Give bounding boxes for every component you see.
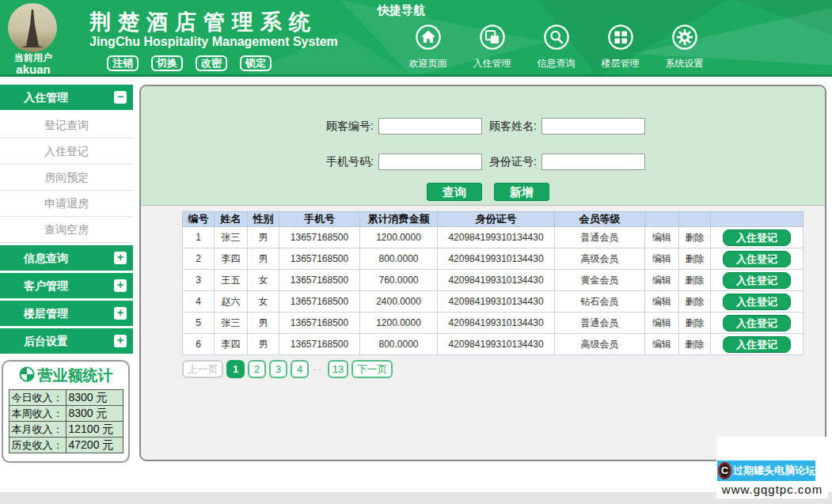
revenue-stats-title: 营业额统计: [38, 366, 113, 386]
nav-info-query[interactable]: 信息查询: [524, 24, 588, 70]
cell-total: 800.0000: [360, 334, 438, 355]
nav-system-settings[interactable]: 系统设置: [652, 24, 716, 70]
table-header-row: 编号 姓名 性别 手机号 累计消费金额 身份证号 会员等级: [183, 212, 804, 227]
checkin-button[interactable]: 入住登记: [723, 251, 791, 267]
cell-idcard: 420984199310134430: [438, 270, 555, 291]
cell-checkin: 入住登记: [711, 313, 804, 334]
checkin-button[interactable]: 入住登记: [723, 229, 791, 246]
sidebar-item-room-booking[interactable]: 房间预定: [0, 165, 133, 191]
session-buttons: 注销 切换 改密 锁定: [107, 55, 272, 71]
delete-link[interactable]: 删除: [679, 313, 711, 334]
app-header: 当前用户 akuan 荆楚酒店管理系统 JingChu Hospitality …: [0, 0, 832, 77]
app-subtitle: JingChu Hospitality Management System: [89, 35, 338, 49]
page-button-1[interactable]: 1: [226, 360, 245, 378]
customer-id-input[interactable]: [378, 118, 482, 135]
watermark-url: www.gqgtpc.com: [716, 483, 828, 496]
sidebar-item-vacant-rooms[interactable]: 查询空房: [0, 217, 133, 243]
query-button[interactable]: 查询: [427, 183, 482, 201]
edit-link[interactable]: 编辑: [645, 334, 679, 355]
cell-level: 黄金会员: [555, 270, 645, 291]
checkin-button[interactable]: 入住登记: [723, 294, 791, 310]
edit-link[interactable]: 编辑: [645, 248, 679, 270]
cell-idcard: 420984199310134430: [438, 248, 555, 270]
sidebar-section-checkin[interactable]: 入住管理 −: [0, 85, 133, 110]
delete-link[interactable]: 删除: [679, 334, 711, 355]
cell-name: 李四: [215, 248, 248, 270]
checkin-button[interactable]: 入住登记: [723, 336, 791, 353]
sidebar-section-customer-management[interactable]: 客户管理 +: [0, 273, 133, 298]
page: 当前用户 akuan 荆楚酒店管理系统 JingChu Hospitality …: [0, 0, 832, 504]
stat-value: 12100 元: [66, 422, 123, 438]
change-password-button[interactable]: 改密: [196, 55, 227, 71]
edit-link[interactable]: 编辑: [645, 291, 679, 313]
checkin-button[interactable]: 入住登记: [723, 315, 791, 332]
cell-idcard: 420984199310134430: [438, 291, 555, 313]
cell-total: 2400.0000: [360, 291, 438, 313]
next-page-button[interactable]: 下一页: [351, 360, 393, 378]
delete-link[interactable]: 删除: [679, 270, 711, 291]
col-edit: [645, 212, 679, 227]
expand-plus-icon[interactable]: +: [114, 307, 127, 320]
phone-input[interactable]: [378, 153, 482, 170]
cell-name: 赵六: [215, 291, 248, 313]
expand-plus-icon[interactable]: +: [114, 335, 127, 347]
col-gender: 性别: [248, 212, 279, 227]
home-icon: [415, 24, 442, 54]
page-button-4[interactable]: 4: [291, 360, 309, 378]
cell-id: 3: [183, 270, 215, 291]
expand-plus-icon[interactable]: +: [114, 279, 127, 292]
delete-link[interactable]: 删除: [679, 227, 711, 248]
watermark-forum-name: 过期罐头电脑论坛: [733, 464, 815, 478]
delete-link[interactable]: 删除: [679, 291, 711, 313]
collapse-minus-icon[interactable]: −: [114, 91, 127, 104]
delete-link[interactable]: 删除: [679, 248, 711, 270]
stats-row: 今日收入： 8300 元: [9, 390, 123, 406]
lock-button[interactable]: 锁定: [240, 55, 272, 71]
prev-page-button[interactable]: 上一页: [182, 360, 223, 378]
cell-checkin: 入住登记: [711, 248, 804, 270]
page-button-13[interactable]: 13: [328, 360, 348, 378]
cell-gender: 男: [248, 227, 279, 248]
col-id: 编号: [183, 212, 215, 227]
sidebar-item-register-query[interactable]: 登记查询: [0, 112, 133, 138]
cell-gender: 女: [248, 291, 279, 313]
nav-floor-management[interactable]: 楼层管理: [588, 24, 652, 70]
switch-user-button[interactable]: 切换: [151, 55, 183, 71]
expand-plus-icon[interactable]: +: [114, 252, 127, 264]
nav-welcome[interactable]: 欢迎页面: [396, 24, 460, 70]
sidebar-section-backend-settings[interactable]: 后台设置 +: [0, 328, 133, 354]
edit-link[interactable]: 编辑: [645, 270, 679, 291]
avatar[interactable]: [8, 3, 57, 52]
page-button-2[interactable]: 2: [248, 360, 266, 378]
sidebar-item-checkin-register[interactable]: 入住登记: [0, 138, 133, 165]
logout-button[interactable]: 注销: [107, 55, 139, 71]
cell-phone: 13657168500: [279, 270, 360, 291]
stat-value: 47200 元: [66, 438, 123, 453]
cell-idcard: 420984199310134430: [438, 313, 555, 334]
cell-idcard: 420984199310134430: [438, 334, 555, 355]
checkin-button[interactable]: 入住登记: [723, 272, 791, 289]
cell-id: 4: [183, 291, 215, 313]
cell-phone: 13657168500: [279, 313, 360, 334]
section-label: 后台设置: [24, 335, 68, 347]
page-button-3[interactable]: 3: [269, 360, 287, 378]
nav-checkin-management[interactable]: 入住管理: [460, 24, 524, 70]
edit-link[interactable]: 编辑: [645, 227, 679, 248]
idcard-input[interactable]: [541, 153, 645, 170]
cell-checkin: 入住登记: [711, 270, 804, 291]
edit-link[interactable]: 编辑: [645, 313, 679, 334]
cell-id: 2: [183, 248, 215, 270]
sidebar-item-checkout-request[interactable]: 申请退房: [0, 191, 133, 217]
cell-id: 1: [183, 227, 215, 248]
sidebar-section-floor-management[interactable]: 楼层管理 +: [0, 301, 133, 326]
col-checkin: [711, 212, 804, 227]
add-button[interactable]: 新增: [494, 183, 549, 201]
section-label: 入住管理: [24, 91, 68, 104]
sidebar-section-info-query[interactable]: 信息查询 +: [0, 245, 133, 271]
cell-gender: 男: [248, 248, 279, 270]
customer-name-input[interactable]: [541, 118, 645, 135]
stats-row: 本周收入： 8300 元: [9, 406, 123, 422]
checkin-windows-icon: [479, 24, 506, 54]
cell-level: 高级会员: [555, 248, 645, 270]
cell-phone: 13657168500: [279, 248, 360, 270]
